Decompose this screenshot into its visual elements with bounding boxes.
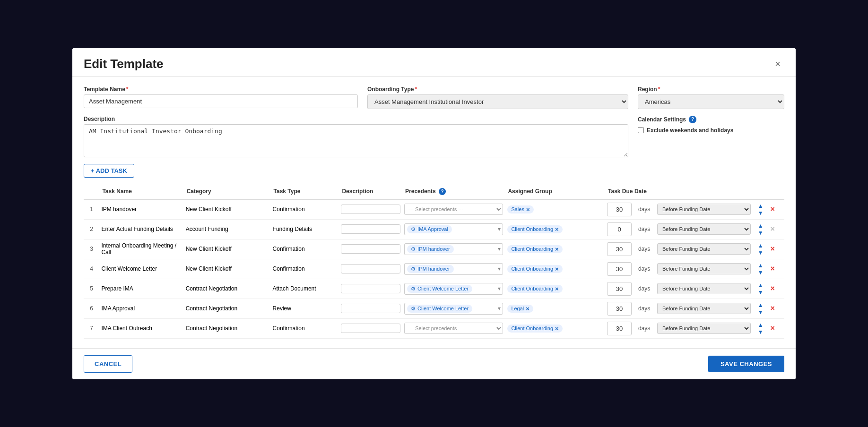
- due-type-select-4[interactable]: Before Funding Date: [657, 263, 751, 274]
- delete-button-6[interactable]: ×: [770, 305, 774, 312]
- move-up-button-6[interactable]: ▲: [756, 302, 765, 308]
- due-type-select-7[interactable]: Before Funding Date: [657, 323, 751, 334]
- template-name-input[interactable]: [84, 94, 358, 108]
- due-days-cell-2: [605, 219, 637, 239]
- precedent-gear-icon-6[interactable]: ⚙: [411, 306, 416, 312]
- arrows-cell-2: ▲ ▼: [753, 219, 768, 239]
- move-up-button-7[interactable]: ▲: [756, 322, 765, 328]
- delete-button-5[interactable]: ×: [770, 285, 774, 292]
- group-tag-remove-7[interactable]: ×: [555, 325, 559, 332]
- task-name-7: IMA Client Outreach: [99, 318, 183, 338]
- delete-button-1[interactable]: ×: [770, 205, 774, 213]
- delete-button-7[interactable]: ×: [770, 325, 774, 332]
- task-name-3: Internal Onboarding Meeting / Call: [99, 239, 183, 259]
- description-input-6[interactable]: [341, 304, 400, 313]
- due-days-input-1[interactable]: [607, 203, 632, 216]
- due-type-select-6[interactable]: Before Funding Date: [657, 303, 751, 314]
- exclude-checkbox[interactable]: [638, 127, 644, 133]
- group-tag-6: Legal ×: [507, 305, 533, 313]
- delete-button-4[interactable]: ×: [770, 265, 774, 273]
- precedent-dropdown-arrow-5[interactable]: ▾: [498, 285, 501, 292]
- move-up-button-4[interactable]: ▲: [756, 262, 765, 269]
- group-tag-remove-4[interactable]: ×: [555, 266, 559, 272]
- due-type-select-2[interactable]: Before Funding Date: [657, 223, 751, 235]
- move-up-button-3[interactable]: ▲: [756, 242, 765, 249]
- move-down-button-4[interactable]: ▼: [756, 269, 765, 276]
- due-type-select-5[interactable]: Before Funding Date: [657, 283, 751, 294]
- task-type-6: Review: [271, 299, 339, 318]
- arrows-cell-7: ▲ ▼: [753, 318, 768, 338]
- move-down-button-1[interactable]: ▼: [756, 210, 765, 216]
- move-down-button-7[interactable]: ▼: [756, 329, 765, 335]
- precedent-dropdown-arrow-2[interactable]: ▾: [498, 226, 501, 232]
- group-tag-remove-6[interactable]: ×: [526, 306, 529, 312]
- days-label-4: days: [637, 259, 655, 279]
- precedent-dropdown-arrow-6[interactable]: ▾: [498, 305, 501, 312]
- delete-cell-4: ×: [768, 259, 784, 279]
- description-textarea[interactable]: AM Institutional Investor Onboarding: [84, 124, 628, 157]
- due-days-input-7[interactable]: [607, 322, 632, 335]
- row-num-7: 7: [84, 318, 99, 338]
- save-button[interactable]: SAVE CHANGES: [708, 356, 784, 372]
- due-days-input-4[interactable]: [607, 262, 632, 276]
- close-button[interactable]: ×: [771, 57, 784, 71]
- precedent-dropdown-arrow-4[interactable]: ▾: [498, 265, 501, 272]
- precedent-dropdown-arrow-3[interactable]: ▾: [498, 246, 501, 252]
- due-days-input-3[interactable]: [607, 242, 632, 256]
- move-down-button-2[interactable]: ▼: [756, 230, 765, 236]
- category-7: Contract Negotiation: [184, 318, 271, 338]
- move-down-button-3[interactable]: ▼: [756, 249, 765, 256]
- group-tag-remove-2[interactable]: ×: [555, 226, 559, 232]
- move-up-button-2[interactable]: ▲: [756, 222, 765, 229]
- precedent-gear-icon-5[interactable]: ⚙: [411, 286, 416, 292]
- delete-button-2[interactable]: ×: [770, 225, 774, 233]
- add-task-button[interactable]: + ADD TASK: [84, 164, 134, 178]
- table-row: 2 Enter Actual Funding Details Account F…: [84, 219, 784, 239]
- precedent-dropdown-7[interactable]: --- Select precedents ---: [405, 323, 503, 333]
- delete-button-3[interactable]: ×: [770, 245, 774, 253]
- precedent-gear-icon-3[interactable]: ⚙: [411, 246, 416, 252]
- table-row: 1 IPM handover New Client Kickoff Confir…: [84, 199, 784, 220]
- task-type-5: Attach Document: [271, 279, 339, 299]
- precedent-tag-5: ⚙ Client Welcome Letter: [407, 285, 472, 293]
- due-type-cell-7: Before Funding Date: [655, 318, 753, 338]
- precedent-tag-container-4: ⚙ IPM handover ▾: [404, 263, 503, 275]
- cancel-button[interactable]: CANCEL: [84, 355, 132, 373]
- group-tag-remove-3[interactable]: ×: [555, 246, 559, 252]
- description-input-7[interactable]: [341, 324, 400, 333]
- move-up-button-5[interactable]: ▲: [756, 282, 765, 289]
- group-tag-remove-1[interactable]: ×: [526, 206, 530, 213]
- group-tag-7: Client Onboarding ×: [507, 325, 562, 333]
- description-input-5[interactable]: [341, 284, 400, 293]
- precedent-dropdown-1[interactable]: --- Select precedents ---: [405, 204, 503, 214]
- form-row-2: Description AM Institutional Investor On…: [84, 116, 784, 157]
- description-input-2[interactable]: [341, 224, 400, 234]
- description-input-4[interactable]: [341, 264, 400, 273]
- due-days-cell-3: [605, 239, 637, 259]
- move-down-button-6[interactable]: ▼: [756, 309, 765, 316]
- precedents-info-icon[interactable]: ?: [439, 188, 446, 195]
- group-tag-1: Sales ×: [507, 205, 533, 214]
- precedent-gear-icon-4[interactable]: ⚙: [411, 266, 416, 272]
- arrows-cell-5: ▲ ▼: [753, 279, 768, 299]
- onboarding-type-select[interactable]: Asset Management Institutional Investor: [367, 94, 628, 109]
- due-days-input-6[interactable]: [607, 302, 632, 316]
- group-tag-3: Client Onboarding ×: [507, 245, 562, 253]
- description-input-3[interactable]: [341, 244, 400, 254]
- delete-cell-3: ×: [768, 239, 784, 259]
- due-days-input-2[interactable]: [607, 222, 632, 236]
- description-3: [339, 239, 402, 259]
- precedent-tag-container-6: ⚙ Client Welcome Letter ▾: [404, 303, 503, 315]
- due-type-select-1[interactable]: Before Funding Date: [657, 204, 751, 215]
- precedent-gear-icon-2[interactable]: ⚙: [411, 226, 416, 232]
- due-days-input-5[interactable]: [607, 282, 632, 296]
- calendar-help-icon[interactable]: ?: [689, 116, 696, 123]
- description-input-1[interactable]: [341, 205, 400, 214]
- due-type-select-3[interactable]: Before Funding Date: [657, 243, 751, 255]
- days-label-2: days: [637, 219, 655, 239]
- move-up-button-1[interactable]: ▲: [756, 203, 765, 209]
- precedent-tag-3: ⚙ IPM handover: [407, 245, 453, 253]
- region-select[interactable]: Americas: [638, 94, 784, 109]
- group-tag-remove-5[interactable]: ×: [555, 286, 559, 292]
- move-down-button-5[interactable]: ▼: [756, 289, 765, 296]
